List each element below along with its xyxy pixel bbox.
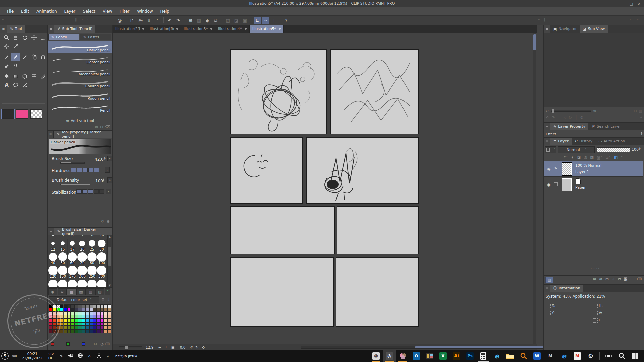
mask-icon[interactable]: ◙˅	[597, 155, 602, 160]
subview-fwd-icon[interactable]: ▷	[569, 115, 572, 120]
color-swatch-cell[interactable]	[86, 315, 89, 319]
palette-color-dropdown[interactable]: ˅	[545, 146, 556, 153]
comic-frame-panel[interactable]	[336, 257, 419, 327]
edit-color-set-icon[interactable]: ⚙	[101, 297, 105, 302]
deselect-icon[interactable]: ▧	[224, 17, 232, 24]
add-sub-tool-button[interactable]: ⊕ Add sub tool	[48, 119, 112, 123]
color-swatch-cell[interactable]	[64, 329, 67, 333]
color-swatch-cell[interactable]	[93, 322, 97, 326]
footer-color-swatch[interactable]	[82, 342, 85, 346]
canvas-vertical-scrollbar[interactable]	[533, 33, 536, 344]
gradient-jump-icon[interactable]: ◆	[204, 17, 211, 24]
zoom-slider-thumb[interactable]	[125, 346, 128, 349]
open-file-icon[interactable]: 🗁︎	[137, 17, 144, 24]
brush-density-source-button[interactable]: ↧	[107, 177, 112, 183]
new-layer-settings-icon[interactable]: ⊕	[599, 277, 602, 281]
brush-size-cell[interactable]: 100	[97, 252, 107, 265]
color-swatch-cell[interactable]	[60, 319, 64, 322]
color-swatch-cell[interactable]	[100, 319, 104, 322]
color-swatch-cell[interactable]	[64, 326, 67, 329]
color-swatch-cell[interactable]	[64, 308, 67, 312]
color-swatch-cell[interactable]	[78, 304, 82, 308]
scroll-down-icon[interactable]: ▼	[108, 284, 112, 287]
pen-tool[interactable]	[2, 53, 11, 61]
color-swatch-cell[interactable]	[74, 315, 78, 319]
color-swatch-cell[interactable]	[78, 329, 82, 333]
right-handle-icon[interactable]: ‖	[543, 17, 545, 22]
brush-size-cell[interactable]: 17	[68, 239, 77, 252]
color-swatch-cell[interactable]	[82, 326, 86, 329]
duplicate-subtool-icon[interactable]: ⊞	[95, 125, 98, 129]
pen-tray-icon[interactable]: ✎	[57, 354, 66, 358]
taskbar-app-edge[interactable]: e	[557, 350, 571, 362]
subview-menu-icon[interactable]: ≡	[544, 25, 550, 33]
taskbar-app-gmail[interactable]: M	[571, 350, 584, 362]
color-wheel-tab[interactable]: ◉	[48, 288, 57, 295]
ruler-icon[interactable]: ⊿˅	[606, 155, 611, 160]
subview-fit-icon[interactable]: ⊡	[634, 109, 637, 113]
color-swatch-cell[interactable]	[74, 322, 78, 326]
color-swatch-cell[interactable]	[60, 322, 64, 326]
color-swatch-cell[interactable]	[89, 326, 93, 329]
subview-back-icon[interactable]: ◁	[563, 115, 566, 120]
vscroll-thumb[interactable]	[533, 34, 536, 50]
move-canvas-tool[interactable]	[11, 34, 20, 42]
layer-tab-history[interactable]: ↶History	[572, 138, 595, 145]
layer-tab-auto-action[interactable]: ▭Auto Action	[595, 138, 628, 145]
color-swatch-cell[interactable]	[67, 304, 71, 308]
color-swatch-cell[interactable]	[104, 315, 108, 319]
copy-subtool-icon[interactable]: ⊟	[100, 125, 103, 129]
taskbar-app-start[interactable]	[629, 350, 642, 362]
opacity-spinner[interactable]: ▲▼	[639, 147, 641, 150]
text-tool[interactable]: A	[2, 81, 11, 89]
subview-actual-icon[interactable]: ▥	[639, 109, 642, 113]
stabilization-segment[interactable]	[88, 189, 93, 194]
color-swatch-cell[interactable]	[86, 319, 89, 322]
maximize-button[interactable]: □	[629, 2, 633, 6]
eyedropper-tool[interactable]	[11, 42, 20, 50]
footer-color-swatch[interactable]	[51, 342, 54, 346]
zoom-out-icon[interactable]: −	[158, 345, 161, 349]
color-swatch-cell[interactable]	[104, 304, 108, 308]
color-swatch-cell[interactable]	[60, 326, 64, 329]
blend-tool[interactable]	[11, 62, 20, 70]
tool-panel-tab[interactable]: ✎ Tool	[7, 25, 25, 33]
figure-tool[interactable]	[20, 72, 29, 80]
color-swatch-cell[interactable]	[104, 329, 108, 333]
color-swatch-cell[interactable]	[89, 315, 93, 319]
color-swatch-cell[interactable]	[100, 311, 104, 315]
comic-frame-panel[interactable]	[306, 137, 419, 204]
zoom-tool[interactable]	[2, 34, 11, 42]
layer-thumbnail[interactable]	[562, 162, 572, 176]
collapse-left-icon[interactable]: «	[2, 17, 4, 22]
pencil-tool[interactable]	[11, 53, 20, 61]
color-swatch-cell[interactable]	[82, 315, 86, 319]
color-swatch-cell[interactable]	[56, 326, 60, 329]
color-swatch-cell[interactable]	[56, 329, 60, 333]
color-swatch-cell[interactable]	[49, 319, 53, 322]
transparent-color-swatch[interactable]	[30, 109, 42, 119]
layer-visible-eye-icon[interactable]: ◉	[547, 167, 550, 171]
desktop-toolbar-label[interactable]: שולחן העבודה	[112, 354, 140, 358]
collapse-subtool2-icon[interactable]: ‹	[87, 17, 89, 22]
layer-tab-layer[interactable]: ≡Layer	[550, 138, 572, 145]
color-swatch-cell[interactable]	[78, 315, 82, 319]
menu-filter[interactable]: Filter	[116, 7, 133, 16]
color-swatch-cell[interactable]	[56, 322, 60, 326]
gradient-tool[interactable]	[11, 72, 20, 80]
snap-to-grid-icon[interactable]: ⊥	[270, 17, 278, 24]
color-swatch-cell[interactable]	[100, 304, 104, 308]
brush-density-slider[interactable]	[60, 184, 90, 185]
brush-size-cell[interactable]: 50	[58, 252, 68, 265]
menu-animation[interactable]: Animation	[33, 7, 60, 16]
color-swatch-cell[interactable]	[78, 322, 82, 326]
layer-color-icon[interactable]: ◧	[614, 155, 618, 160]
scroll-thumb[interactable]	[108, 247, 111, 266]
information-tab[interactable]: ⓘ Information	[550, 285, 583, 292]
draft-layer-icon[interactable]: ◪	[577, 155, 581, 160]
color-swatch-cell[interactable]	[86, 329, 89, 333]
color-history-tab[interactable]: ▤	[95, 288, 104, 295]
color-swatch-cell[interactable]	[74, 326, 78, 329]
decoration-tool[interactable]	[39, 53, 47, 61]
color-swatch-cell[interactable]	[74, 304, 78, 308]
